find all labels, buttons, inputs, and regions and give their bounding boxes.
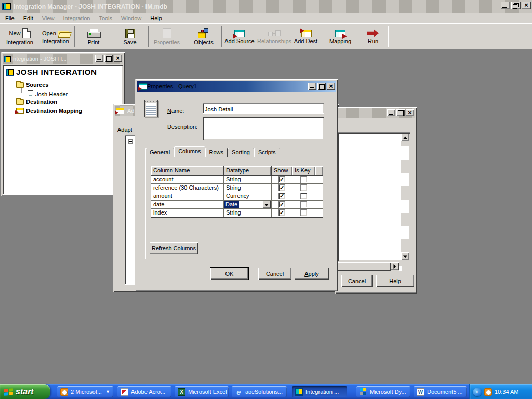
taskbar-button-excel[interactable]: Microsoft Excel (175, 386, 229, 397)
description-label: Description: (167, 124, 197, 130)
tab-sorting[interactable]: Sorting (228, 148, 254, 157)
group-dropdown-icon[interactable]: ▼ (105, 389, 110, 394)
tray-chevron-icon[interactable] (473, 388, 482, 396)
taskbar-button-aocsolutions[interactable]: aocSolutions... (232, 386, 287, 397)
scrollbar-track[interactable] (401, 141, 409, 252)
apply-button[interactable]: Apply (295, 268, 329, 280)
is-key-checkbox[interactable] (300, 184, 307, 191)
restore-button[interactable] (511, 2, 521, 9)
open-integration-button[interactable]: Open Integration (38, 25, 73, 48)
close-button[interactable] (522, 2, 531, 9)
cancel-button[interactable]: Cancel (258, 268, 291, 280)
tree-node-josh-header[interactable]: Josh Header (28, 90, 68, 97)
refresh-columns-button[interactable]: Refresh Columns (150, 242, 198, 254)
cell-column-name[interactable]: account (151, 176, 224, 184)
cell-datatype-combo[interactable]: Date (224, 201, 272, 209)
cell-column-name[interactable]: index (151, 209, 224, 217)
tray-clock-icon[interactable] (484, 388, 492, 396)
is-key-checkbox[interactable] (300, 193, 307, 200)
save-button[interactable]: Save (115, 25, 144, 48)
cancel-button[interactable]: Cancel (341, 275, 373, 287)
tree-node-destination-mapping[interactable]: Destination Mapping (16, 108, 82, 114)
main-window-titlebar[interactable]: Integration Manager - JOSH INTEGRATION -… (0, 0, 532, 13)
integration-window-titlebar[interactable]: Integration - JOSH I... (3, 54, 123, 64)
toolbar: New Integration Open Integration Print S… (0, 23, 532, 49)
close-button[interactable] (114, 55, 122, 62)
maximize-button[interactable] (104, 55, 113, 62)
tree-expand-icon[interactable] (128, 139, 133, 144)
cell-datatype[interactable]: Currency (224, 192, 272, 201)
is-key-checkbox[interactable] (300, 201, 307, 208)
grid-header-column-name[interactable]: Column Name (151, 166, 224, 176)
cell-column-name[interactable]: date (151, 201, 224, 209)
name-input[interactable] (203, 103, 324, 114)
menu-edit[interactable]: Edit (22, 15, 34, 22)
show-checkbox[interactable] (278, 201, 285, 208)
close-button[interactable] (406, 109, 414, 116)
tab-scripts[interactable]: Scripts (254, 148, 280, 157)
tab-rows[interactable]: Rows (205, 148, 228, 157)
print-button[interactable]: Print (79, 25, 108, 48)
is-key-checkbox[interactable] (300, 209, 307, 216)
menu-tools[interactable]: Tools (98, 15, 113, 22)
maximize-button[interactable] (396, 109, 405, 116)
scroll-up-button[interactable] (401, 134, 409, 141)
is-key-checkbox[interactable] (300, 176, 307, 183)
scroll-down-button[interactable] (401, 252, 409, 260)
scrollbar-thumb[interactable] (338, 262, 391, 271)
cell-column-name[interactable]: amount (151, 192, 224, 201)
minimize-button[interactable] (387, 109, 395, 116)
close-button[interactable] (327, 83, 335, 90)
cell-column-name[interactable]: reference (30 Characters) (151, 184, 224, 192)
objects-button[interactable]: Objects (189, 25, 218, 48)
destination-window-titlebar[interactable] (337, 108, 415, 118)
properties-dialog-titlebar[interactable]: Properties - Query1 (137, 81, 336, 92)
cell-datatype[interactable]: String (224, 184, 272, 192)
show-checkbox[interactable] (278, 184, 285, 191)
taskbar-button-dynamics[interactable]: Microsoft Dy... (356, 386, 410, 397)
combo-dropdown-button[interactable] (262, 201, 271, 208)
grid-header-show[interactable]: Show (272, 166, 292, 176)
add-dest-button[interactable]: Add Dest. (292, 25, 321, 48)
grid-header-datatype[interactable]: Datatype (224, 166, 272, 176)
start-button[interactable]: start (0, 384, 50, 399)
tree-node-sources[interactable]: Sources (16, 82, 48, 88)
taskbar-button-document5[interactable]: Document5 ... (414, 386, 467, 397)
scroll-right-button[interactable] (391, 262, 399, 270)
cell-datatype[interactable]: String (224, 209, 272, 217)
new-integration-button[interactable]: New Integration (3, 25, 36, 48)
maximize-button[interactable] (317, 83, 326, 90)
tab-strip: General Columns Rows Sorting Scripts (145, 147, 280, 157)
scrollbar-track[interactable] (399, 262, 402, 271)
vertical-scrollbar[interactable] (401, 134, 409, 260)
minimize-button[interactable] (95, 55, 103, 62)
mapping-button[interactable]: Mapping (325, 25, 355, 48)
minimize-button[interactable] (308, 83, 316, 90)
tab-columns[interactable]: Columns (174, 146, 205, 157)
cell-datatype[interactable]: String (224, 176, 272, 184)
tree-node-root[interactable]: JOSH INTEGRATION (6, 68, 97, 76)
ok-button[interactable]: OK (210, 268, 248, 280)
add-source-button[interactable]: Add Source (223, 25, 256, 48)
run-button[interactable]: Run (361, 25, 385, 48)
description-input[interactable] (203, 117, 324, 140)
taskbar-button-grouped[interactable]: 2 Microsof... ▼ (57, 386, 113, 397)
menu-integration[interactable]: Integration (62, 15, 91, 22)
show-checkbox[interactable] (278, 176, 285, 183)
grid-header-is-key[interactable]: Is Key (292, 166, 315, 176)
menu-view[interactable]: View (41, 15, 56, 22)
taskbar-button-adobe[interactable]: Adobe Acro... (117, 386, 171, 397)
menu-window[interactable]: Window (120, 15, 142, 22)
horizontal-scrollbar[interactable] (338, 262, 402, 271)
tree-node-destination[interactable]: Destination (16, 99, 57, 105)
show-checkbox[interactable] (278, 193, 285, 200)
minimize-button[interactable] (501, 2, 510, 9)
show-checkbox[interactable] (278, 209, 285, 216)
menu-file[interactable]: File (4, 15, 16, 22)
menu-help[interactable]: Help (149, 15, 163, 22)
datatype-combo-value[interactable]: Date (224, 201, 239, 208)
taskbar-button-integration[interactable]: Integration ... (292, 386, 347, 397)
windows-logo-icon (4, 388, 13, 396)
help-button[interactable]: Help (376, 275, 414, 287)
tab-general[interactable]: General (145, 148, 174, 157)
